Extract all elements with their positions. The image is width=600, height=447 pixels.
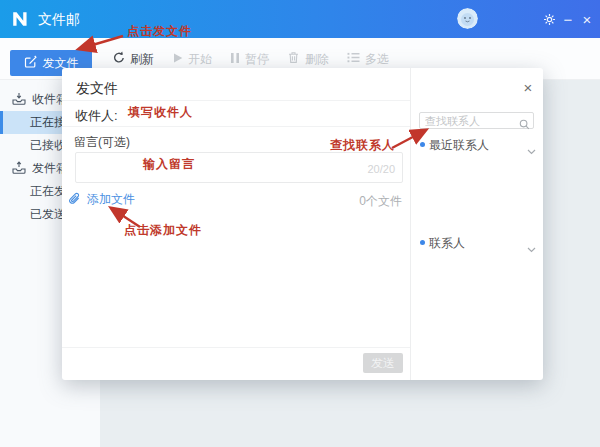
contacts-group-recent[interactable]: 最近联系人	[411, 136, 544, 152]
add-file-label: 添加文件	[87, 191, 135, 208]
annotation-fill-recipient: 填写收件人	[128, 104, 193, 121]
annotation-enter-message: 输入留言	[143, 156, 195, 173]
divider	[62, 347, 410, 348]
settings-gear-icon[interactable]	[538, 0, 560, 38]
avatar[interactable]	[457, 8, 478, 29]
multiselect-label: 多选	[365, 51, 389, 68]
recipient-label: 收件人:	[75, 107, 118, 125]
pause-label: 暂停	[245, 51, 269, 68]
window-close-button[interactable]: ×	[576, 0, 598, 38]
send-button[interactable]: 发送	[363, 353, 403, 373]
start-button: 开始	[172, 51, 212, 68]
app-logo-icon	[11, 8, 31, 34]
sidebar-item-label: 已接收	[30, 137, 66, 154]
contacts-group-all[interactable]: 联系人	[411, 234, 544, 250]
pause-icon	[230, 52, 240, 67]
file-count: 0个文件	[302, 193, 402, 210]
bullet-dot	[420, 240, 425, 245]
list-icon	[347, 52, 360, 66]
contacts-group-label: 最近联系人	[429, 137, 489, 154]
contact-search-box	[419, 112, 534, 129]
refresh-icon	[112, 51, 125, 67]
bullet-dot	[420, 142, 425, 147]
contacts-group-label: 联系人	[429, 235, 465, 252]
multiselect-button: 多选	[347, 51, 389, 68]
annotation-click-add-file: 点击添加文件	[124, 222, 202, 239]
sidebar-item-label: 已发送	[30, 206, 66, 223]
refresh-label: 刷新	[130, 51, 154, 68]
app-window: 文件邮 − ×	[0, 0, 600, 447]
compose-icon	[24, 55, 37, 71]
app-title: 文件邮	[38, 11, 80, 29]
search-icon	[519, 116, 530, 134]
contact-search-input[interactable]	[425, 113, 517, 128]
message-box: 20/20	[75, 152, 403, 183]
divider	[62, 126, 410, 127]
titlebar: 文件邮 − ×	[0, 0, 600, 38]
delete-button: 删除	[287, 51, 329, 68]
minimize-button[interactable]: −	[558, 0, 578, 38]
refresh-button[interactable]: 刷新	[112, 51, 154, 68]
message-label: 留言(可选)	[74, 134, 130, 151]
pause-button: 暂停	[230, 51, 269, 68]
chevron-down-icon[interactable]	[527, 141, 536, 159]
dialog-title: 发文件	[76, 80, 118, 98]
paperclip-icon	[68, 192, 80, 208]
delete-label: 删除	[305, 51, 329, 68]
add-file-link[interactable]: 添加文件	[68, 191, 135, 208]
outbox-icon	[12, 161, 26, 177]
divider	[62, 100, 410, 101]
trash-icon	[287, 51, 300, 67]
annotation-search-contact: 查找联系人	[330, 137, 395, 154]
message-input[interactable]	[80, 156, 350, 180]
play-icon	[172, 52, 183, 67]
inbox-icon	[12, 92, 26, 108]
chevron-down-icon[interactable]	[527, 239, 536, 257]
contacts-panel: 最近联系人 联系人	[410, 68, 543, 380]
message-counter: 20/20	[367, 163, 395, 175]
annotation-click-send-file: 点击发文件	[127, 23, 192, 40]
start-label: 开始	[188, 51, 212, 68]
